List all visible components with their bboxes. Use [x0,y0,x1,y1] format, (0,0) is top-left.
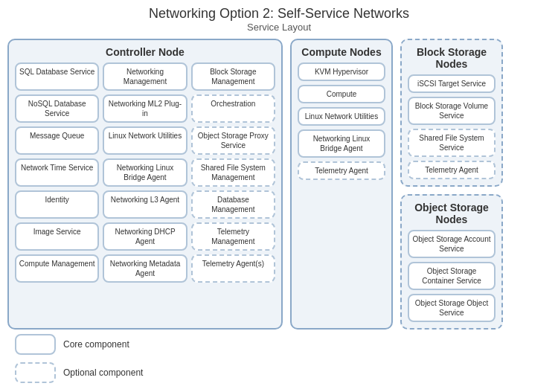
object-storage-node: Object Storage Nodes Object Storage Acco… [400,194,503,330]
service-box: Orchestration [191,94,275,123]
service-box: Image Service [15,222,99,251]
right-column: Block Storage Nodes iSCSI Target Service… [400,39,503,330]
service-box: Object Storage Object Service [408,294,496,322]
service-box: Linux Network Utilities [298,107,385,126]
service-box: Linux Network Utilities [103,126,187,155]
object-storage-title: Object Storage Nodes [408,202,496,225]
controller-grid: SQL Database ServiceNetworking Managemen… [15,62,275,283]
service-box: Telemetry Agent(s) [191,254,275,283]
legend-core: Core component [15,334,143,355]
legend-core-label: Core component [63,339,129,350]
service-box: Networking ML2 Plug-in [103,94,187,123]
service-box: Compute Management [15,254,99,283]
compute-items: KVM HypervisorComputeLinux Network Utili… [298,62,385,180]
service-box: Telemetry Agent [298,161,385,180]
service-box: Object Storage Proxy Service [191,126,275,155]
service-box: Networking L3 Agent [103,190,187,219]
service-box: Block Storage Management [191,62,275,91]
service-box: Shared File System Management [191,158,275,187]
page-subtitle: Service Layout [0,22,558,33]
service-box: Identity [15,190,99,219]
service-box: Networking Linux Bridge Agent [298,129,385,158]
service-box: iSCSI Target Service [408,74,496,93]
legend-core-box [15,334,56,355]
service-box: NoSQL Database Service [15,94,99,123]
block-storage-node: Block Storage Nodes iSCSI Target Service… [400,39,503,187]
service-box: Shared File System Service [408,129,496,157]
compute-title: Compute Nodes [298,46,385,58]
service-box: Network Time Service [15,158,99,187]
service-box: Block Storage Volume Service [408,97,496,125]
controller-title: Controller Node [15,46,275,58]
legend: Core component Optional component [15,334,143,383]
service-box: Telemetry Management [191,222,275,251]
service-box: Object Storage Container Service [408,262,496,290]
service-box: Networking Metadata Agent [103,254,187,283]
controller-node: Controller Node SQL Database ServiceNetw… [7,39,283,330]
service-box: Database Management [191,190,275,219]
block-storage-items: iSCSI Target ServiceBlock Storage Volume… [408,74,496,179]
service-box: Compute [298,85,385,103]
service-box: KVM Hypervisor [298,62,385,81]
compute-node: Compute Nodes KVM HypervisorComputeLinux… [290,39,393,330]
page-title: Networking Option 2: Self-Service Networ… [0,6,558,22]
service-box: Networking DHCP Agent [103,222,187,251]
object-storage-items: Object Storage Account ServiceObject Sto… [408,230,496,322]
legend-optional: Optional component [15,362,143,383]
service-box: Object Storage Account Service [408,230,496,258]
block-storage-title: Block Storage Nodes [408,46,496,70]
service-box: SQL Database Service [15,62,99,91]
service-box: Networking Management [103,62,187,91]
legend-optional-label: Optional component [63,367,143,378]
service-box: Message Queue [15,126,99,155]
service-box: Telemetry Agent [408,161,496,179]
legend-optional-box [15,362,56,383]
service-box: Networking Linux Bridge Agent [103,158,187,187]
